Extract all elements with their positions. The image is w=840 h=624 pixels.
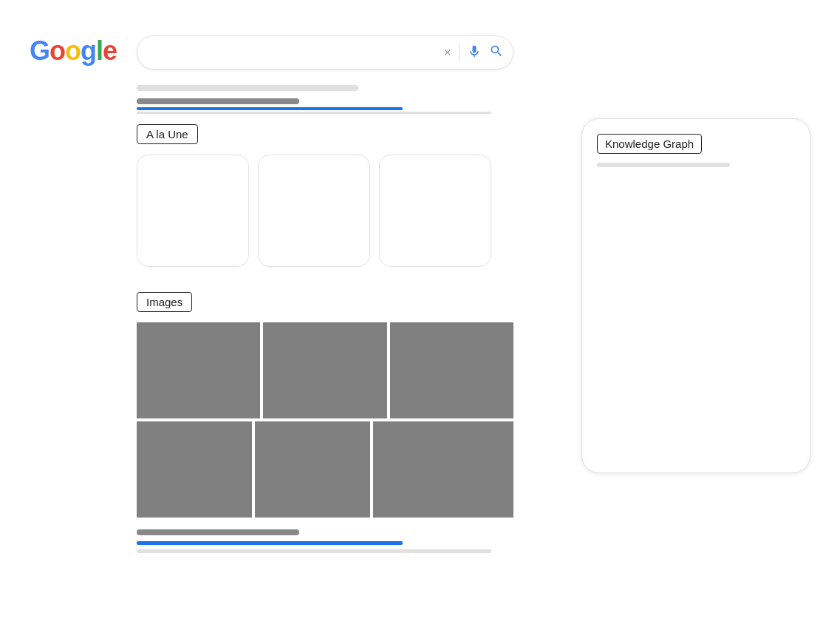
bottom-dark-bar xyxy=(137,529,299,535)
card-3[interactable] xyxy=(379,155,491,267)
search-icon-group: × xyxy=(443,44,504,61)
bottom-result-section xyxy=(137,529,513,553)
logo-letter-o1: o xyxy=(49,35,65,66)
search-bar: × xyxy=(137,35,513,69)
image-cell-1[interactable] xyxy=(137,322,260,418)
tab-bar-dark xyxy=(137,98,299,104)
logo-letter-e: e xyxy=(103,35,117,66)
image-cell-2[interactable] xyxy=(263,322,386,418)
result-bar-light-top xyxy=(137,85,358,91)
search-tabs xyxy=(137,98,513,104)
logo-letter-o2: o xyxy=(65,35,81,66)
result-bar-top xyxy=(137,85,513,91)
bottom-light-bar xyxy=(137,549,491,553)
active-tab-indicator xyxy=(137,107,403,110)
main-content: A la Une Images xyxy=(137,85,513,553)
image-cell-6[interactable] xyxy=(373,421,513,518)
a-la-une-cards xyxy=(137,155,513,267)
search-input[interactable] xyxy=(146,46,443,59)
a-la-une-title: A la Une xyxy=(137,124,198,144)
google-logo: Google xyxy=(30,35,117,67)
image-cell-4[interactable] xyxy=(137,421,252,518)
search-submit-icon[interactable] xyxy=(489,44,504,61)
knowledge-graph-sub-bar xyxy=(597,163,730,167)
logo-letter-g: G xyxy=(30,35,49,66)
images-title: Images xyxy=(137,292,192,312)
image-cell-3[interactable] xyxy=(390,322,513,418)
icon-divider xyxy=(459,44,460,61)
image-cell-5[interactable] xyxy=(255,421,370,518)
clear-icon[interactable]: × xyxy=(443,45,451,61)
knowledge-graph-panel: Knowledge Graph xyxy=(581,118,810,473)
images-top-row xyxy=(137,322,513,418)
knowledge-graph-title: Knowledge Graph xyxy=(597,134,702,154)
bottom-blue-bar xyxy=(137,541,403,545)
card-1[interactable] xyxy=(137,155,249,267)
card-2[interactable] xyxy=(258,155,370,267)
mic-icon[interactable] xyxy=(467,44,482,61)
logo-letter-g2: g xyxy=(81,35,96,66)
inactive-tab-indicator xyxy=(137,112,491,114)
images-bottom-row xyxy=(137,421,513,518)
logo-letter-l: l xyxy=(96,35,103,66)
